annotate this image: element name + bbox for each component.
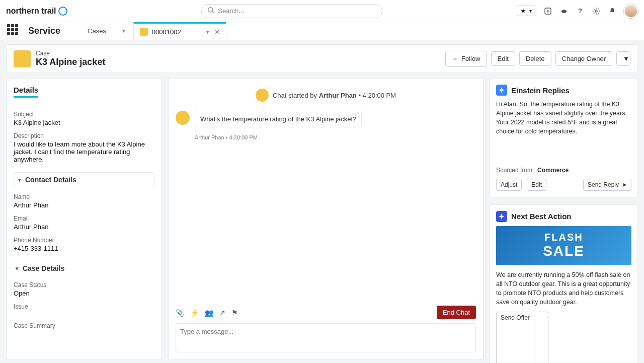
logo-icon	[58, 7, 67, 16]
flash-sale-banner: FLASH SALE	[496, 226, 631, 265]
follow-button[interactable]: ＋Follow	[445, 51, 487, 67]
global-search[interactable]: Search...	[201, 4, 382, 18]
send-offer-button[interactable]: Send Offer	[496, 312, 534, 363]
end-chat-button[interactable]: End Chat	[437, 306, 476, 319]
record-title: K3 Alpine jacket	[36, 57, 105, 67]
edit-button[interactable]: Edit	[491, 51, 515, 66]
more-actions-button[interactable]: ▼	[616, 51, 630, 66]
einstein-icon: ✦	[496, 85, 507, 96]
section-label: Contact Details	[25, 176, 76, 184]
global-header: northern trail Search... ★ ▼ ?	[0, 0, 644, 22]
chat-start-name: Arthur Phan	[319, 92, 357, 99]
close-icon[interactable]: ✕	[214, 28, 220, 36]
case-status-label: Case Status	[14, 281, 154, 288]
nba-title: Next Best Action	[511, 212, 571, 221]
salesforce-icon[interactable]	[559, 7, 569, 16]
nba-icon: ✦	[496, 211, 507, 222]
flash-line1: FLASH	[544, 232, 583, 243]
chevron-down-icon: ▾	[18, 177, 21, 183]
chevron-down-icon[interactable]: ▼	[205, 29, 210, 35]
nav-object-cases[interactable]: Cases ▼	[80, 22, 133, 40]
transfer-icon[interactable]: ↗	[219, 309, 225, 317]
message-bubble: What's the temperature rating of the K3 …	[195, 111, 362, 127]
case-summary-label: Case Summary	[14, 322, 154, 329]
email-value: Arthur Phan	[14, 223, 154, 231]
sourced-from: Sourced from Commerce	[496, 167, 631, 174]
main-layout: Details Subject K3 Alpine jacket Descrip…	[0, 73, 644, 363]
edit-reply-button[interactable]: Edit	[527, 179, 546, 191]
chat-panel: Chat started by Arthur Phan • 4:20:00 PM…	[168, 78, 484, 360]
plus-icon: ＋	[452, 54, 458, 63]
subject-value: K3 Alpine jacket	[14, 119, 154, 126]
delete-button[interactable]: Delete	[519, 51, 551, 66]
flash-line2: SALE	[543, 243, 585, 259]
app-name: Service	[28, 26, 60, 36]
chat-start-banner: Chat started by Arthur Phan • 4:20:00 PM	[176, 89, 476, 102]
subject-label: Subject	[14, 111, 154, 118]
phone-label: Phone Number	[14, 237, 154, 244]
search-container: Search...	[67, 4, 517, 18]
sourced-value: Commerce	[537, 167, 569, 174]
message-meta: Arthur Phan • 4:20:00 PM	[195, 134, 476, 140]
einstein-title: Einstein Replies	[511, 86, 570, 95]
tab-details[interactable]: Details	[14, 86, 38, 98]
svg-point-5	[561, 10, 567, 13]
section-label: Case Details	[23, 264, 64, 272]
adjust-button[interactable]: Adjust	[496, 179, 522, 191]
compose-input[interactable]	[176, 323, 476, 352]
chevron-down-icon: ▾	[16, 265, 19, 272]
app-launcher-icon[interactable]	[7, 24, 21, 38]
tab-label: 00001002	[152, 28, 181, 36]
people-icon[interactable]: 👥	[205, 309, 213, 317]
avatar	[176, 111, 190, 125]
case-icon	[14, 50, 31, 67]
case-details-section[interactable]: ▾ Case Details	[14, 261, 154, 275]
quick-text-icon[interactable]: ⚡	[190, 309, 199, 317]
logo: northern trail	[6, 7, 67, 16]
flag-icon[interactable]: ⚑	[231, 309, 238, 317]
einstein-replies-panel: ✦ Einstein Replies Hi Alan, So, the temp…	[490, 78, 638, 197]
contact-details-section[interactable]: ▾ Contact Details	[14, 172, 154, 187]
chat-start-time: • 4:20:00 PM	[357, 92, 396, 99]
header-actions: ★ ▼ ?	[517, 4, 638, 18]
issue-label: Issue	[14, 303, 154, 310]
phone-value: +415-333-1111	[14, 245, 154, 252]
name-label: Name	[14, 193, 154, 200]
nba-body: We are currently running a 50% off flash…	[496, 270, 631, 307]
chevron-down-icon: ▼	[528, 9, 533, 14]
search-placeholder: Search...	[218, 7, 244, 15]
email-label: Email	[14, 215, 154, 222]
favorites-button[interactable]: ★ ▼	[517, 6, 536, 16]
search-icon	[207, 6, 215, 16]
next-best-action-panel: ✦ Next Best Action FLASH SALE We are cur…	[490, 204, 638, 364]
help-icon[interactable]: ?	[576, 7, 585, 16]
svg-point-0	[208, 8, 213, 12]
send-offer-menu[interactable]: ▼	[534, 312, 548, 363]
send-icon: ➤	[622, 181, 627, 188]
chat-message: What's the temperature rating of the K3 …	[176, 111, 476, 127]
add-icon[interactable]	[543, 7, 552, 16]
case-icon	[140, 28, 148, 36]
workspace-tab[interactable]: 00001002 ▼ ✕	[133, 22, 226, 40]
user-avatar[interactable]	[624, 4, 638, 18]
record-type: Case	[36, 50, 105, 57]
send-reply-button[interactable]: Send Reply➤	[583, 179, 631, 191]
sourced-label: Sourced from	[496, 167, 532, 174]
record-actions: ＋Follow Edit Delete Change Owner ▼	[445, 51, 630, 67]
einstein-reply-text: Hi Alan, So, the temperature rating of t…	[496, 100, 631, 136]
record-header: Case K3 Alpine jacket ＋Follow Edit Delet…	[6, 44, 638, 73]
nav-object-label: Cases	[88, 27, 106, 35]
svg-line-1	[212, 12, 214, 13]
svg-point-6	[595, 10, 597, 12]
gear-icon[interactable]	[592, 7, 601, 16]
case-status-value: Open	[14, 289, 154, 297]
star-icon: ★	[520, 7, 526, 15]
attach-icon[interactable]: 📎	[176, 309, 184, 317]
app-nav: Service Cases ▼ 00001002 ▼ ✕	[0, 22, 644, 40]
bell-icon[interactable]	[608, 7, 617, 16]
change-owner-button[interactable]: Change Owner	[555, 51, 612, 66]
chat-toolbar: 📎 ⚡ 👥 ↗ ⚑ End Chat	[176, 306, 476, 319]
details-panel: Details Subject K3 Alpine jacket Descrip…	[6, 78, 162, 360]
logo-text: northern trail	[6, 7, 56, 16]
chat-start-prefix: Chat started by	[273, 92, 319, 99]
